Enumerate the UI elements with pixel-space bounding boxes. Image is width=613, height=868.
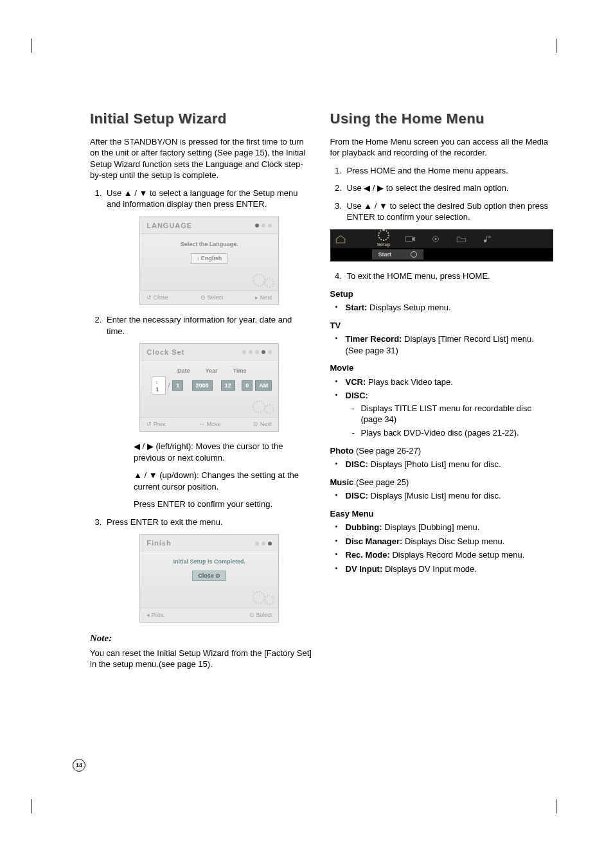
manual-page: Initial Setup Wizard After the STANDBY/O… bbox=[0, 0, 613, 868]
photo-icon bbox=[430, 235, 441, 244]
osd-foot-right: ▸ Next bbox=[255, 294, 272, 301]
note-body: You can reset the Initial Setup Wizard f… bbox=[90, 648, 312, 670]
list-item: Plays back DVD-Video disc (pages 21-22). bbox=[355, 427, 553, 439]
progress-dots bbox=[255, 542, 272, 545]
crop-mark bbox=[31, 799, 31, 813]
osd-clock-set: Clock Set Date Year Time bbox=[139, 343, 279, 432]
osd-prompt: Initial Setup is Completed. bbox=[147, 558, 272, 565]
osd-foot-left: ◂ Prev. bbox=[147, 611, 164, 619]
step-3: Use ▲ / ▼ to select the desired Sub opti… bbox=[344, 200, 553, 223]
step-2: Enter the necessary information for year… bbox=[104, 314, 312, 510]
folder-icon bbox=[456, 235, 467, 244]
section-title: Initial Setup Wizard bbox=[90, 109, 312, 128]
step-1: Use ▲ / ▼ to select a language for the S… bbox=[104, 188, 312, 305]
osd-foot-left: ↺ Close bbox=[147, 294, 168, 301]
clock-values: ↕ 1/ 1 2008 12: 0 AM bbox=[152, 376, 272, 394]
left-column: Initial Setup Wizard After the STANDBY/O… bbox=[90, 109, 312, 677]
gear-icon bbox=[378, 229, 389, 241]
gear-icon bbox=[253, 272, 274, 288]
down-icon: ▼ bbox=[379, 201, 387, 211]
list-item: DISC: Displays TITLE LIST menu for recor… bbox=[339, 390, 553, 438]
osd-title: Finish bbox=[147, 538, 171, 548]
list-item: DV Input: Displays DV Input mode. bbox=[339, 563, 553, 575]
osd-foot-right: ⊙ Select bbox=[249, 611, 272, 619]
list-item: DISC: Displays [Music List] menu for dis… bbox=[339, 490, 553, 502]
home-menu-setup: Setup bbox=[377, 229, 391, 249]
select-icon bbox=[411, 251, 417, 258]
section-title: Using the Home Menu bbox=[330, 109, 553, 128]
list-item: Start: Displays Setup menu. bbox=[339, 302, 553, 314]
crop-mark bbox=[556, 39, 556, 53]
step-3: Press ENTER to exit the menu. Finish Ini… bbox=[104, 517, 312, 623]
list-item: DISC: Displays [Photo List] menu for dis… bbox=[339, 459, 553, 470]
svg-point-3 bbox=[484, 240, 487, 243]
music-icon bbox=[481, 235, 493, 244]
down-icon: ▼ bbox=[149, 470, 157, 480]
gear-icon bbox=[253, 399, 274, 414]
list-item: Timer Record: Displays [Timer Record Lis… bbox=[339, 333, 553, 356]
osd-foot-left: ↺ Prev. bbox=[147, 420, 166, 428]
progress-dots bbox=[242, 350, 272, 354]
svg-point-2 bbox=[435, 238, 437, 240]
intro-paragraph: After the STANDBY/ON is pressed for the … bbox=[90, 136, 312, 181]
crop-mark bbox=[31, 39, 31, 53]
list-item: VCR: Plays back Video tape. bbox=[339, 376, 553, 388]
list-item: Rec. Mode: Displays Record Mode setup me… bbox=[339, 549, 553, 561]
home-menu-start: Start bbox=[372, 249, 424, 260]
osd-close-button: Close ⊙ bbox=[192, 571, 226, 581]
osd-foot-center: ↔ Move bbox=[199, 420, 221, 428]
up-icon: ▲ bbox=[364, 201, 372, 211]
osd-language: LANGUAGE Select the Language. ↕ English bbox=[139, 217, 279, 305]
svg-rect-0 bbox=[406, 236, 413, 242]
osd-title: LANGUAGE bbox=[147, 221, 192, 231]
up-icon: ▲ bbox=[124, 188, 132, 198]
progress-dots bbox=[255, 224, 272, 227]
steps-list: Use ▲ / ▼ to select a language for the S… bbox=[90, 188, 312, 623]
list-item: Disc Manager: Displays Disc Setup menu. bbox=[339, 536, 553, 547]
left-icon: ◀ bbox=[134, 441, 140, 451]
subhead-setup: Setup bbox=[330, 288, 553, 300]
up-icon: ▲ bbox=[134, 470, 142, 480]
step-2: Use ◀ / ▶ to select the desired main opt… bbox=[344, 182, 553, 194]
left-icon: ◀ bbox=[364, 183, 370, 193]
subhead-music: Music (See page 25) bbox=[330, 477, 553, 488]
osd-finish: Finish Initial Setup is Completed. Close… bbox=[139, 534, 279, 623]
step-4: To exit the HOME menu, press HOME. bbox=[344, 270, 553, 282]
subhead-movie: Movie bbox=[330, 362, 553, 374]
page-number: 14 bbox=[73, 759, 85, 772]
steps-list-cont: To exit the HOME menu, press HOME. bbox=[330, 270, 553, 282]
right-column: Using the Home Menu From the Home Menu s… bbox=[330, 109, 553, 677]
movie-icon bbox=[404, 235, 416, 244]
list-item: Dubbing: Displays [Dubbing] menu. bbox=[339, 522, 553, 533]
intro-paragraph: From the Home Menu screen you can access… bbox=[330, 136, 553, 159]
right-icon: ▶ bbox=[147, 441, 154, 451]
subhead-easy-menu: Easy Menu bbox=[330, 508, 553, 520]
right-icon: ▶ bbox=[377, 183, 384, 193]
step-1: Press HOME and the Home menu appears. bbox=[344, 165, 553, 177]
osd-prompt: Select the Language. bbox=[147, 240, 272, 248]
gear-icon bbox=[253, 590, 274, 605]
subhead-tv: TV bbox=[330, 320, 553, 332]
osd-title: Clock Set bbox=[147, 348, 184, 357]
osd-foot-center: ⊙ Select bbox=[200, 294, 224, 301]
note-heading: Note: bbox=[90, 632, 312, 644]
crop-mark bbox=[556, 799, 556, 813]
cursor-help: ◀ / ▶ (left/right): Moves the cursor to … bbox=[134, 441, 312, 510]
steps-list: Press HOME and the Home menu appears. Us… bbox=[330, 165, 553, 223]
subhead-photo: Photo (See page 26-27) bbox=[330, 445, 553, 457]
home-icon bbox=[335, 235, 346, 244]
home-menu-screenshot: Setup Start bbox=[330, 229, 554, 261]
list-item: Displays TITLE LIST menu for recordable … bbox=[355, 403, 553, 425]
down-icon: ▼ bbox=[139, 188, 147, 198]
osd-foot-right: ⊙ Next bbox=[253, 420, 272, 428]
osd-selected-value: ↕ English bbox=[191, 253, 227, 264]
